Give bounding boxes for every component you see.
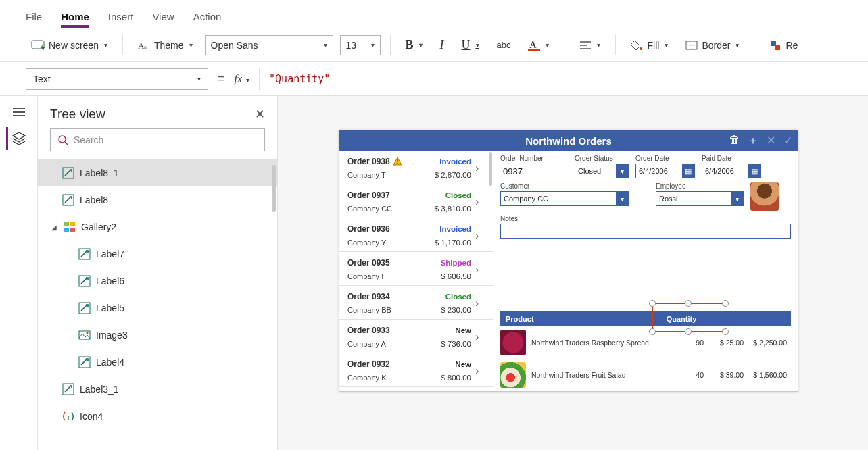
tree-item-gallery2[interactable]: ◢Gallery2 (38, 214, 277, 241)
chevron-right-icon: › (475, 297, 487, 309)
order-id: Order 0938 (347, 157, 431, 166)
search-placeholder: Search (74, 134, 103, 145)
product-qty: 90 (675, 339, 708, 347)
employee-select[interactable]: Rossi▾ (656, 191, 744, 206)
tree-item-label8[interactable]: Label8 (38, 186, 277, 214)
order-id: Order 0936 (347, 224, 431, 234)
svg-rect-24 (397, 159, 397, 162)
layers-icon (11, 131, 26, 146)
gallery-icon (64, 221, 76, 233)
underline-button[interactable]: U▾ (456, 38, 485, 52)
product-rows: Northwind Traders Raspberry Spread90$ 25… (500, 326, 791, 391)
italic-button[interactable]: I (435, 38, 450, 52)
border-button[interactable]: Border▾ (680, 40, 744, 51)
paid-date-input[interactable]: 6/4/2006▦ (702, 164, 761, 178)
search-input[interactable]: Search (50, 128, 265, 151)
order-list-item[interactable]: Order 0935Shipped›Company I$ 606.50 (339, 252, 493, 286)
tree-item-image3[interactable]: Image3 (38, 322, 277, 349)
align-icon (579, 41, 592, 50)
caret-icon[interactable]: ◢ (50, 224, 58, 231)
order-list-item[interactable]: Order 0938 Invoiced›Company T$ 2,870.00 (339, 151, 493, 184)
label-icon (62, 383, 74, 395)
menu-file[interactable]: File (26, 11, 42, 28)
chevron-right-icon: › (475, 230, 487, 242)
reorder-button[interactable]: Re (764, 39, 803, 51)
order-id: Order 0935 (347, 258, 437, 268)
order-list-item[interactable]: Order 0936Invoiced›Company Y$ 1,170.00 (339, 218, 493, 252)
order-id: Order 0934 (347, 292, 437, 301)
employee-avatar (750, 182, 779, 211)
product-thumb (500, 362, 526, 388)
label-icon (78, 302, 91, 314)
label-order-date: Order Date (635, 155, 695, 162)
menu-insert[interactable]: Insert (108, 11, 134, 28)
order-amount: $ 736.00 (441, 340, 471, 348)
bold-button[interactable]: B▾ (400, 38, 428, 52)
scrollbar-thumb[interactable] (272, 165, 276, 212)
notes-input[interactable] (500, 224, 791, 239)
align-button[interactable]: ▾ (574, 41, 606, 50)
product-price: $ 25.00 (710, 339, 748, 347)
tree-item-label5[interactable]: Label5 (38, 295, 277, 322)
font-color-button[interactable]: A▾ (523, 39, 554, 52)
label-icon (62, 167, 74, 179)
menu-action[interactable]: Action (193, 11, 222, 28)
order-company: Company K (347, 374, 437, 382)
new-screen-button[interactable]: New screen▾ (26, 40, 113, 51)
property-select[interactable]: Text▾ (26, 68, 208, 90)
order-list-item[interactable]: Order 0934Closed›Company BB$ 230.00 (339, 286, 493, 320)
order-status-select[interactable]: Closed▾ (575, 164, 629, 178)
strike-button[interactable]: abc (491, 40, 516, 50)
fx-button[interactable]: fx ▾ (235, 73, 250, 85)
order-status: Closed (435, 191, 471, 199)
cancel-icon[interactable]: ✕ (767, 134, 775, 148)
scrollbar-thumb[interactable] (489, 152, 492, 186)
fill-icon (631, 39, 643, 51)
fill-button[interactable]: Fill▾ (625, 39, 673, 51)
font-select[interactable]: Open Sans▾ (205, 35, 333, 55)
product-name: Northwind Traders Fruit Salad (531, 371, 673, 379)
product-row[interactable]: Northwind Traders Raspberry Spread90$ 25… (500, 326, 791, 359)
theme-button[interactable]: Aa Theme▾ (132, 40, 198, 51)
trash-icon[interactable]: 🗑 (729, 134, 740, 148)
col-product: Product (500, 315, 534, 323)
formula-bar: Text▾ = fx ▾ "Quantity" (0, 62, 868, 96)
add-icon[interactable]: ＋ (748, 134, 758, 148)
close-icon[interactable]: ✕ (255, 107, 265, 122)
tree-title: Tree view (50, 107, 105, 122)
tree-item-label3_1[interactable]: Label3_1 (38, 376, 277, 403)
order-amount: $ 800.00 (441, 374, 471, 382)
label-icon (78, 275, 91, 287)
formula-input[interactable]: "Quantity" (269, 73, 330, 85)
order-list-item[interactable]: Order 0937Closed›Company CC$ 3,810.00 (339, 184, 493, 218)
svg-rect-13 (70, 222, 75, 226)
tree-view-tab[interactable] (6, 127, 29, 150)
screen-icon (31, 40, 45, 51)
canvas[interactable]: Northwind Orders 🗑 ＋ ✕ ✓ Order 0938 Invo… (278, 96, 868, 450)
menu-view[interactable]: View (152, 11, 174, 28)
svg-rect-15 (70, 228, 75, 232)
tree-item-icon4[interactable]: +Icon4 (38, 403, 277, 430)
order-list: Order 0938 Invoiced›Company T$ 2,870.00O… (339, 151, 493, 391)
accept-icon[interactable]: ✓ (783, 134, 792, 148)
tree-item-label: Label7 (96, 249, 124, 259)
tree-item-label8_1[interactable]: Label8_1 (38, 159, 277, 186)
equals-sign: = (218, 72, 225, 86)
order-status: Invoiced (435, 225, 471, 233)
tree-item-label4[interactable]: Label4 (38, 349, 277, 376)
hamburger-icon[interactable] (13, 108, 25, 116)
app-preview: Northwind Orders 🗑 ＋ ✕ ✓ Order 0938 Invo… (339, 130, 798, 392)
order-date-input[interactable]: 6/4/2006▦ (635, 164, 695, 178)
svg-text:a: a (144, 43, 147, 50)
tree-item-label7[interactable]: Label7 (38, 241, 277, 268)
customer-select[interactable]: Company CC▾ (500, 191, 629, 206)
label-icon (78, 356, 91, 368)
menu-home[interactable]: Home (61, 11, 89, 28)
tree-item-label6[interactable]: Label6 (38, 268, 277, 295)
col-quantity[interactable]: Quantity (661, 315, 702, 323)
order-list-item[interactable]: Order 0933New›Company A$ 736.00 (339, 320, 493, 353)
product-row[interactable]: Northwind Traders Fruit Salad40$ 39.00$ … (500, 359, 791, 391)
border-icon (685, 41, 698, 50)
font-size-select[interactable]: 13▾ (340, 35, 381, 55)
order-list-item[interactable]: Order 0932New›Company K$ 800.00 (339, 353, 493, 387)
